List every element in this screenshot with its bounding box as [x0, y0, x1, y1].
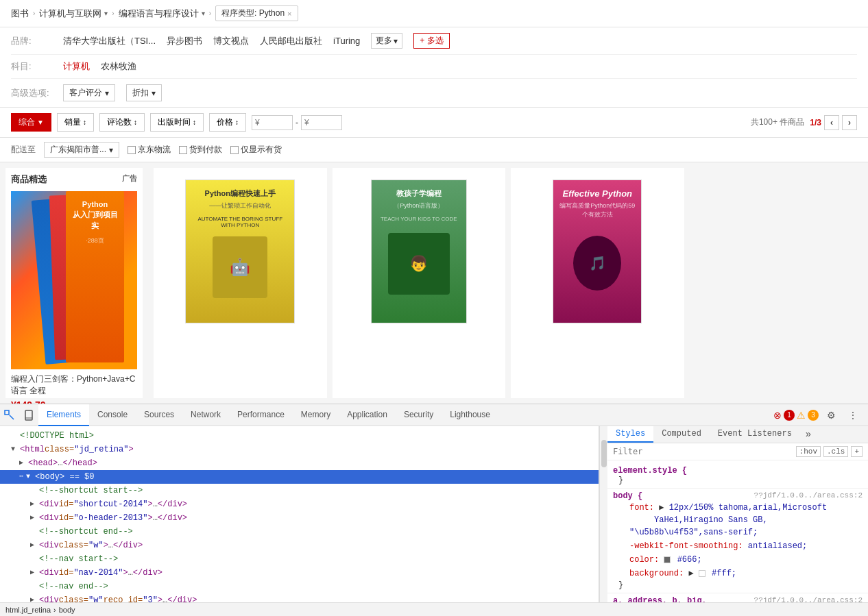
customer-rating-dropdown[interactable]: 客户评分▾	[63, 84, 115, 101]
breadcrumb-item-computer[interactable]: 计算机与互联网	[39, 8, 101, 20]
bottom-bc-html[interactable]: html.jd_retina	[5, 606, 51, 614]
triangle-icon-nav[interactable]: ▶	[30, 567, 37, 579]
hov-button[interactable]: :hov	[796, 446, 821, 457]
filter-tag-label: 程序类型: Python	[221, 8, 285, 19]
brand-more-button[interactable]: 更多▾	[371, 33, 402, 49]
dom-line-nav-end[interactable]: <!--nav end-->	[0, 580, 599, 593]
tab-performance[interactable]: Performance	[229, 404, 293, 426]
triangle-icon-head[interactable]: ▶	[19, 457, 26, 469]
device-toolbar-button[interactable]	[19, 404, 38, 426]
sidebar-product-name: 编程入门三剑客：Python+Java+C语言 全程	[11, 373, 137, 397]
dom-line-shortcut-end[interactable]: <!--shortcut end-->	[0, 525, 599, 539]
more-options-button[interactable]: ⋮	[843, 404, 863, 426]
tab-memory[interactable]: Memory	[293, 404, 339, 426]
jd-logistics-checkbox[interactable]: 京东物流	[128, 144, 171, 156]
triangle-icon-reco[interactable]: ▶	[30, 594, 37, 602]
triangle-icon-html[interactable]: ▼	[11, 443, 18, 456]
more-styles-tabs-button[interactable]: »	[803, 426, 814, 443]
dom-line-w-div[interactable]: ▶ <div class= "w" > … </div>	[0, 539, 599, 552]
styles-tab-event-listeners[interactable]: Event Listeners	[710, 426, 800, 443]
styles-filter-bar: :hov .cls +	[607, 443, 868, 460]
cls-button[interactable]: .cls	[823, 446, 848, 457]
triangle-icon-body[interactable]: ▼	[26, 471, 33, 483]
tab-sources[interactable]: Sources	[136, 404, 182, 426]
sort-reviews-button[interactable]: 评论数↕	[99, 113, 145, 132]
scroll-thumb[interactable]	[601, 440, 607, 467]
dom-line-reco-div[interactable]: ▶ <div class= "w" reco_id= "3" > … </div…	[0, 593, 599, 602]
nav-end-comment: <!--nav end-->	[39, 580, 108, 593]
category-item-1[interactable]: 农林牧渔	[101, 60, 136, 73]
current-page: 1/3	[810, 118, 821, 127]
dom-line-shortcut-start[interactable]: <!--shortcut start-->	[0, 484, 599, 497]
tab-security[interactable]: Security	[396, 404, 442, 426]
product-card-3[interactable]: Effective Python 编写高质量Python代码的59个有效方法 🎵	[511, 168, 684, 398]
close-filter-icon[interactable]: ×	[287, 10, 291, 18]
sidebar-ad[interactable]: 商品精选 广告 Python从入门到项目实 ·288页	[5, 168, 143, 398]
category-item-0[interactable]: 计算机	[63, 60, 90, 73]
product-card-2[interactable]: 教孩子学编程 （Python语言版） TEACH YOUR KIDS TO CO…	[333, 168, 506, 398]
body-rule-source[interactable]: ??jdf/1.0.0../area.css:2	[754, 491, 863, 501]
color-swatch[interactable]	[664, 556, 671, 563]
styles-tab-computed[interactable]: Computed	[653, 426, 710, 443]
dom-panel[interactable]: <!DOCTYPE html> ▼ <html class= "jd_retin…	[0, 426, 599, 602]
discount-dropdown[interactable]: 折扣▾	[126, 84, 162, 101]
price-to-input[interactable]	[301, 115, 342, 130]
tab-application[interactable]: Application	[339, 404, 396, 426]
next-page-button[interactable]: ›	[842, 115, 857, 130]
sort-comprehensive-button[interactable]: 综合▼	[11, 113, 51, 132]
color-prop-line: color: #666;	[613, 553, 863, 567]
brand-multi-button[interactable]: + 多选	[413, 33, 449, 49]
dom-line-nav-div[interactable]: ▶ <div id= "nav-2014" > … </div>	[0, 566, 599, 580]
triangle-icon-w[interactable]: ▶	[30, 539, 37, 552]
brand-filter-items: 清华大学出版社（TSI... 异步图书 博文视点 人民邮电出版社 iTuring	[63, 35, 360, 47]
chevron-down-icon-1[interactable]: ▾	[104, 10, 108, 17]
brand-item-0[interactable]: 清华大学出版社（TSI...	[63, 35, 156, 47]
settings-button[interactable]: ⚙	[821, 404, 841, 426]
dom-scrollbar[interactable]	[599, 426, 607, 602]
font-expand-icon[interactable]: ▶	[659, 503, 668, 513]
tab-network[interactable]: Network	[182, 404, 229, 426]
dots-menu-icon[interactable]: ⋯	[19, 471, 23, 483]
brand-item-1[interactable]: 异步图书	[167, 35, 202, 47]
bottom-bc-body[interactable]: body	[59, 606, 75, 614]
sidebar-product[interactable]: Python从入门到项目实 ·288页 编程入门三剑客：Python+Java+…	[11, 191, 137, 404]
product-card-1[interactable]: Python编程快速上手 ——让繁琐工作自动化 AUTOMATE THE BOR…	[154, 168, 327, 398]
styles-tab-styles[interactable]: Styles	[607, 426, 653, 443]
dom-line-html[interactable]: ▼ <html class= "jd_retina" >	[0, 443, 599, 456]
triangle-icon-hdr[interactable]: ▶	[30, 512, 37, 524]
shortcut-id-value: "shortcut-2014"	[73, 498, 147, 510]
breadcrumb-item-books[interactable]: 图书	[11, 8, 29, 20]
brand-item-3[interactable]: 人民邮电出版社	[260, 35, 322, 47]
dom-line-body[interactable]: ⋯ ▼ <body> == $0	[0, 470, 599, 484]
chevron-down-icon-2[interactable]: ▾	[202, 10, 205, 17]
advanced-filter-label: 高级选项:	[11, 87, 52, 99]
in-stock-checkbox[interactable]: 仅显示有货	[230, 144, 282, 156]
sort-price-button[interactable]: 价格↕	[209, 113, 246, 132]
styles-filter-input[interactable]	[613, 447, 793, 456]
inspect-element-button[interactable]	[0, 404, 19, 426]
brand-item-2[interactable]: 博文视点	[213, 35, 249, 47]
price-from-input[interactable]	[252, 115, 293, 130]
selector-source[interactable]: ??jdf/1.0.0../area.css:2	[754, 596, 863, 602]
dom-line-head[interactable]: ▶ <head> … </head>	[0, 456, 599, 470]
dom-line-header-div[interactable]: ▶ <div id= "o-header-2013" > … </div>	[0, 511, 599, 525]
dom-line-nav-start[interactable]: <!--nav start-->	[0, 552, 599, 566]
checkbox-icon-2	[179, 146, 187, 154]
dom-line-shortcut-div[interactable]: ▶ <div id= "shortcut-2014" > … </div>	[0, 497, 599, 511]
brand-item-4[interactable]: iTuring	[333, 36, 360, 46]
tab-console[interactable]: Console	[89, 404, 136, 426]
delivery-address[interactable]: 广东揭阳市普...▾	[44, 142, 119, 158]
tab-lighthouse[interactable]: Lighthouse	[442, 404, 498, 426]
breadcrumb-item-programming[interactable]: 编程语言与程序设计	[119, 8, 199, 20]
triangle-icon-sc2[interactable]: ▶	[30, 498, 37, 510]
prev-page-button[interactable]: ‹	[824, 115, 839, 130]
cod-checkbox[interactable]: 货到付款	[179, 144, 222, 156]
add-style-button[interactable]: +	[851, 446, 863, 457]
breadcrumb-sep-2: ›	[112, 10, 114, 17]
color-prop-name: color:	[629, 555, 659, 565]
tab-elements[interactable]: Elements	[38, 404, 89, 426]
sort-sales-button[interactable]: 销量↕	[57, 113, 94, 132]
bg-swatch[interactable]	[699, 570, 706, 577]
dom-line-doctype[interactable]: <!DOCTYPE html>	[0, 429, 599, 443]
sort-date-button[interactable]: 出版时间↕	[150, 113, 204, 132]
